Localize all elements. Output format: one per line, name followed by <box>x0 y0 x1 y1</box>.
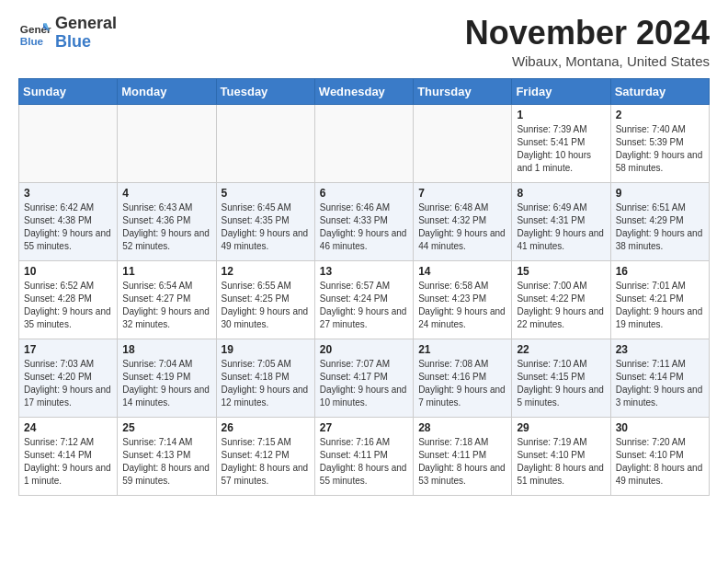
calendar-cell: 29Sunrise: 7:19 AM Sunset: 4:10 PM Dayli… <box>512 417 610 495</box>
calendar-cell: 23Sunrise: 7:11 AM Sunset: 4:14 PM Dayli… <box>610 339 709 417</box>
day-info: Sunrise: 6:54 AM Sunset: 4:27 PM Dayligh… <box>122 280 210 331</box>
day-number: 13 <box>320 265 408 278</box>
calendar-cell: 27Sunrise: 7:16 AM Sunset: 4:11 PM Dayli… <box>314 417 413 495</box>
day-number: 17 <box>24 343 112 356</box>
day-info: Sunrise: 7:10 AM Sunset: 4:15 PM Dayligh… <box>517 358 605 409</box>
day-info: Sunrise: 7:08 AM Sunset: 4:16 PM Dayligh… <box>418 358 506 409</box>
calendar-cell <box>314 104 413 182</box>
logo: General Blue General Blue <box>18 15 117 52</box>
day-info: Sunrise: 7:03 AM Sunset: 4:20 PM Dayligh… <box>24 358 112 409</box>
day-number: 29 <box>517 421 605 434</box>
day-number: 12 <box>222 265 310 278</box>
day-number: 10 <box>24 265 112 278</box>
calendar-cell: 6Sunrise: 6:46 AM Sunset: 4:33 PM Daylig… <box>314 182 413 260</box>
calendar-week-row: 3Sunrise: 6:42 AM Sunset: 4:38 PM Daylig… <box>19 182 710 260</box>
calendar-week-row: 24Sunrise: 7:12 AM Sunset: 4:14 PM Dayli… <box>19 417 710 495</box>
day-info: Sunrise: 7:18 AM Sunset: 4:11 PM Dayligh… <box>418 436 506 488</box>
calendar-cell: 21Sunrise: 7:08 AM Sunset: 4:16 PM Dayli… <box>414 339 512 417</box>
calendar-week-row: 10Sunrise: 6:52 AM Sunset: 4:28 PM Dayli… <box>19 260 710 339</box>
day-info: Sunrise: 7:04 AM Sunset: 4:19 PM Dayligh… <box>122 358 210 409</box>
weekday-header-friday: Friday <box>512 78 610 104</box>
calendar-week-row: 1Sunrise: 7:39 AM Sunset: 5:41 PM Daylig… <box>19 104 710 182</box>
day-info: Sunrise: 7:16 AM Sunset: 4:11 PM Dayligh… <box>320 436 408 488</box>
weekday-header-monday: Monday <box>118 78 216 104</box>
calendar-cell: 18Sunrise: 7:04 AM Sunset: 4:19 PM Dayli… <box>118 339 216 417</box>
calendar-cell: 9Sunrise: 6:51 AM Sunset: 4:29 PM Daylig… <box>610 182 709 260</box>
day-number: 30 <box>616 421 704 434</box>
calendar-header-row: SundayMondayTuesdayWednesdayThursdayFrid… <box>19 78 710 104</box>
day-number: 3 <box>24 187 112 200</box>
calendar-cell: 24Sunrise: 7:12 AM Sunset: 4:14 PM Dayli… <box>19 417 118 495</box>
logo-icon: General Blue <box>18 17 51 50</box>
day-number: 2 <box>616 109 704 121</box>
day-info: Sunrise: 6:57 AM Sunset: 4:24 PM Dayligh… <box>320 280 408 331</box>
calendar-cell: 15Sunrise: 7:00 AM Sunset: 4:22 PM Dayli… <box>512 260 610 339</box>
day-number: 23 <box>616 343 704 356</box>
day-number: 25 <box>122 421 210 434</box>
weekday-header-sunday: Sunday <box>19 78 118 104</box>
day-info: Sunrise: 7:40 AM Sunset: 5:39 PM Dayligh… <box>616 123 704 175</box>
day-info: Sunrise: 7:39 AM Sunset: 5:41 PM Dayligh… <box>517 123 605 175</box>
day-info: Sunrise: 7:07 AM Sunset: 4:17 PM Dayligh… <box>320 358 408 409</box>
day-number: 4 <box>122 187 210 200</box>
day-number: 16 <box>616 265 704 278</box>
calendar-cell <box>118 104 216 182</box>
day-number: 7 <box>418 187 506 200</box>
calendar-cell: 2Sunrise: 7:40 AM Sunset: 5:39 PM Daylig… <box>610 104 709 182</box>
day-info: Sunrise: 6:52 AM Sunset: 4:28 PM Dayligh… <box>24 280 112 331</box>
day-number: 20 <box>320 343 408 356</box>
calendar-cell: 26Sunrise: 7:15 AM Sunset: 4:12 PM Dayli… <box>216 417 314 495</box>
day-info: Sunrise: 7:05 AM Sunset: 4:18 PM Dayligh… <box>222 358 310 409</box>
day-number: 21 <box>418 343 506 356</box>
calendar-cell: 3Sunrise: 6:42 AM Sunset: 4:38 PM Daylig… <box>19 182 118 260</box>
calendar-cell: 13Sunrise: 6:57 AM Sunset: 4:24 PM Dayli… <box>314 260 413 339</box>
day-info: Sunrise: 7:01 AM Sunset: 4:21 PM Dayligh… <box>616 280 704 331</box>
month-title: November 2024 <box>465 15 710 52</box>
calendar-cell <box>19 104 118 182</box>
day-info: Sunrise: 6:49 AM Sunset: 4:31 PM Dayligh… <box>517 201 605 253</box>
calendar-cell: 16Sunrise: 7:01 AM Sunset: 4:21 PM Dayli… <box>610 260 709 339</box>
day-info: Sunrise: 6:48 AM Sunset: 4:32 PM Dayligh… <box>418 201 506 253</box>
day-number: 22 <box>517 343 605 356</box>
calendar-cell: 20Sunrise: 7:07 AM Sunset: 4:17 PM Dayli… <box>314 339 413 417</box>
calendar-cell: 30Sunrise: 7:20 AM Sunset: 4:10 PM Dayli… <box>610 417 709 495</box>
calendar-cell <box>216 104 314 182</box>
svg-text:Blue: Blue <box>20 34 44 46</box>
weekday-header-thursday: Thursday <box>414 78 512 104</box>
day-info: Sunrise: 7:15 AM Sunset: 4:12 PM Dayligh… <box>222 436 310 488</box>
calendar-cell: 17Sunrise: 7:03 AM Sunset: 4:20 PM Dayli… <box>19 339 118 417</box>
calendar-cell: 5Sunrise: 6:45 AM Sunset: 4:35 PM Daylig… <box>216 182 314 260</box>
calendar-cell: 11Sunrise: 6:54 AM Sunset: 4:27 PM Dayli… <box>118 260 216 339</box>
day-info: Sunrise: 6:45 AM Sunset: 4:35 PM Dayligh… <box>222 201 310 253</box>
day-number: 28 <box>418 421 506 434</box>
day-number: 15 <box>517 265 605 278</box>
weekday-header-tuesday: Tuesday <box>216 78 314 104</box>
day-number: 26 <box>222 421 310 434</box>
day-number: 1 <box>517 109 605 121</box>
day-number: 19 <box>222 343 310 356</box>
day-number: 24 <box>24 421 112 434</box>
day-number: 8 <box>517 187 605 200</box>
header: General Blue General Blue November 2024 … <box>18 15 710 69</box>
calendar-cell: 8Sunrise: 6:49 AM Sunset: 4:31 PM Daylig… <box>512 182 610 260</box>
calendar-cell: 1Sunrise: 7:39 AM Sunset: 5:41 PM Daylig… <box>512 104 610 182</box>
calendar-cell: 10Sunrise: 6:52 AM Sunset: 4:28 PM Dayli… <box>19 260 118 339</box>
day-number: 5 <box>222 187 310 200</box>
day-info: Sunrise: 6:43 AM Sunset: 4:36 PM Dayligh… <box>122 201 210 253</box>
calendar-cell: 4Sunrise: 6:43 AM Sunset: 4:36 PM Daylig… <box>118 182 216 260</box>
calendar-cell <box>414 104 512 182</box>
day-info: Sunrise: 6:51 AM Sunset: 4:29 PM Dayligh… <box>616 201 704 253</box>
calendar-cell: 25Sunrise: 7:14 AM Sunset: 4:13 PM Dayli… <box>118 417 216 495</box>
title-area: November 2024 Wibaux, Montana, United St… <box>465 15 710 69</box>
calendar-cell: 22Sunrise: 7:10 AM Sunset: 4:15 PM Dayli… <box>512 339 610 417</box>
day-info: Sunrise: 7:00 AM Sunset: 4:22 PM Dayligh… <box>517 280 605 331</box>
calendar-cell: 28Sunrise: 7:18 AM Sunset: 4:11 PM Dayli… <box>414 417 512 495</box>
day-info: Sunrise: 7:11 AM Sunset: 4:14 PM Dayligh… <box>616 358 704 409</box>
day-info: Sunrise: 7:20 AM Sunset: 4:10 PM Dayligh… <box>616 436 704 488</box>
calendar-week-row: 17Sunrise: 7:03 AM Sunset: 4:20 PM Dayli… <box>19 339 710 417</box>
calendar-cell: 12Sunrise: 6:55 AM Sunset: 4:25 PM Dayli… <box>216 260 314 339</box>
day-number: 9 <box>616 187 704 200</box>
weekday-header-wednesday: Wednesday <box>314 78 413 104</box>
day-info: Sunrise: 7:14 AM Sunset: 4:13 PM Dayligh… <box>122 436 210 488</box>
calendar-table: SundayMondayTuesdayWednesdayThursdayFrid… <box>18 78 710 496</box>
